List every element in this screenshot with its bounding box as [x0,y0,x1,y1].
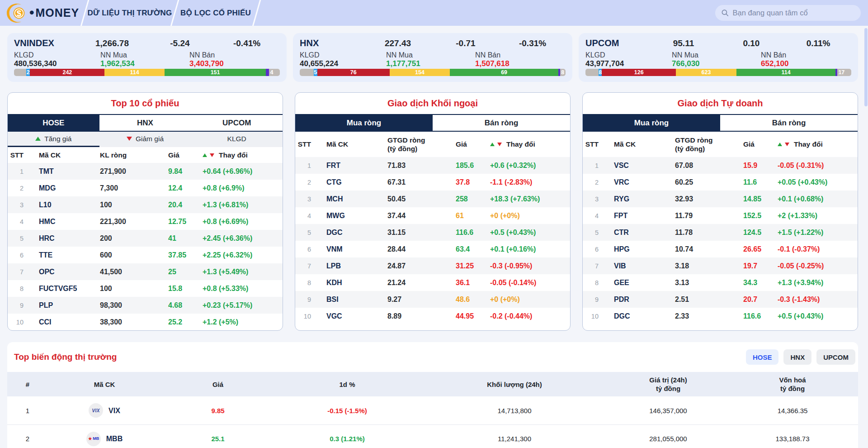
table-row[interactable]: 1VSC67.0815.9-0.05 (-0.31%) [583,157,858,174]
table-row[interactable]: 10CCI38,30025.2+1.2 (+5%) [8,314,283,330]
table-row[interactable]: 6HPG10.7426.65-0.1 (-0.37%) [583,241,858,257]
row-change: +0.1 (+0.68%) [778,195,858,203]
row-symbol[interactable]: VGC [326,312,387,320]
panel-tab-hose[interactable]: HOSE [8,115,99,131]
table-row[interactable]: 5CTR11.78124.5+1.5 (+1.22%) [583,224,858,241]
row-symbol[interactable]: TTE [39,251,100,259]
panel-subtab[interactable]: Giảm giá [99,132,191,147]
table-row[interactable]: 8GEE3.1334.3+1.3 (+3.94%) [583,274,858,291]
movers-row[interactable]: 2★MBMBB25.10.3 (1.21%)11,241,300281,055,… [7,424,858,448]
logo-dot: • [29,6,34,19]
row-symbol[interactable]: VSC [614,162,675,170]
nav-tab-market-data[interactable]: DỮ LIỆU THỊ TRƯỜNG [85,0,174,26]
row-symbol[interactable]: PLP [39,301,100,310]
table-row[interactable]: 2CTG67.3137.8-1.1 (-2.83%) [295,174,570,191]
row-symbol[interactable]: HPG [614,245,675,253]
panel-tab-upcom[interactable]: UPCOM [191,115,283,131]
table-row[interactable]: 1FRT71.83185.6+0.6 (+0.32%) [295,157,570,174]
row-stt: 8 [8,285,24,292]
movers-row[interactable]: 1VIXVIX9.85-0.15 (-1.5%)14,713,800146,35… [7,396,858,424]
row-symbol[interactable]: BSI [326,295,387,304]
index-card-upcom: UPCOM 95.11 0.10 0.11% KLGD 43,977,704 N… [579,33,858,82]
row-symbol[interactable]: MDG [39,184,100,192]
row-symbol[interactable]: HMC [39,218,100,226]
panel-tab-bán-ròng[interactable]: Bán ròng [433,115,570,131]
row-symbol[interactable]: OPC [39,268,100,276]
exchange-button-upcom[interactable]: UPCOM [816,349,855,365]
row-symbol[interactable]: VNM [326,245,387,253]
row-symbol[interactable]: KDH [326,279,387,287]
row-symbol[interactable]: CTG [326,178,387,186]
table-row[interactable]: 5DGC31.15116.6+0.5 (+0.43%) [295,224,570,241]
row-symbol[interactable]: RYG [614,195,675,203]
row-symbol[interactable]: CCI [39,318,100,326]
row-change: +1.5 (+1.22%) [778,229,858,237]
row-symbol[interactable]: CTR [614,229,675,237]
row-symbol[interactable]: PDR [614,295,675,304]
row-symbol[interactable]: VRC [614,178,675,186]
panel-tab-hnx[interactable]: HNX [99,115,191,131]
row-symbol[interactable]: FPT [614,212,675,220]
panel-tab-bán-ròng[interactable]: Bán ròng [720,115,858,131]
row-change: +18.3 (+7.63%) [490,195,570,203]
row-symbol[interactable]: MCH [326,195,387,203]
table-row[interactable]: 10DGC2.33116.6+0.5 (+0.43%) [583,308,858,324]
table-row[interactable]: 3RYG32.9314.85+0.1 (+0.68%) [583,191,858,207]
row-symbol[interactable]: FUCTVGF5 [39,285,100,293]
panel-subtab[interactable]: KLGD [191,132,283,147]
table-row[interactable]: 10VGC8.8944.95-0.2 (-0.44%) [295,308,570,324]
row-change: +0.5 (+0.43%) [778,312,858,320]
row-symbol[interactable]: VIXVIX [48,403,161,418]
table-row[interactable]: 1TMT271,9009.84+0.64 (+6.96%) [8,163,283,180]
nav-tab-stock-filter[interactable]: BỘ LỌC CỔ PHIẾU [175,0,256,26]
row-stt: 3 [583,195,599,203]
panel-tabs: HOSEHNXUPCOM [8,114,283,132]
table-row[interactable]: 7OPC41,50025+1.3 (+5.49%) [8,263,283,280]
exchange-button-hose[interactable]: HOSE [746,349,779,365]
row-symbol[interactable]: ★MBMBB [48,432,161,446]
row-value: 271,900 [100,167,168,176]
smoney-logo-icon: $ [6,3,27,23]
row-symbol[interactable]: FRT [326,162,387,170]
row-value: 32.93 [675,195,743,203]
table-row[interactable]: 7VIB3.1819.7-0.05 (-0.25%) [583,257,858,274]
panel-tab-mua-ròng[interactable]: Mua ròng [295,115,433,131]
row-price: 9.84 [168,167,203,176]
row-symbol[interactable]: DGC [614,312,675,320]
table-row[interactable]: 8FUCTVGF510015.8+0.8 (+5.33%) [8,280,283,297]
panel-tab-mua-ròng[interactable]: Mua ròng [583,115,720,131]
table-row[interactable]: 4HMC221,30012.75+0.8 (+6.69%) [8,213,283,230]
row-symbol[interactable]: TMT [39,167,100,176]
row-symbol[interactable]: HRC [39,234,100,243]
table-row[interactable]: 5HRC20041+2.45 (+6.36%) [8,230,283,247]
search-input[interactable] [733,9,854,17]
row-symbol[interactable]: VIB [614,262,675,270]
table-row[interactable]: 9BSI9.2748.6+0 (+0%) [295,291,570,308]
table-row[interactable]: 8KDH21.2436.1-0.05 (-0.14%) [295,274,570,291]
row-value: 41,500 [100,268,168,276]
row-symbol[interactable]: L10 [39,201,100,209]
table-row[interactable]: 6VNM28.4463.4+0.1 (+0.16%) [295,241,570,257]
table-row[interactable]: 9PDR2.5120.7-0.3 (-1.43%) [583,291,858,308]
exchange-button-hnx[interactable]: HNX [783,349,811,365]
table-row[interactable]: 6TTE60037.85+2.25 (+6.32%) [8,247,283,263]
table-row[interactable]: 2VRC60.2511.6+0.05 (+0.43%) [583,174,858,191]
row-symbol[interactable]: LPB [326,262,387,270]
table-row[interactable]: 9PLP98,3004.68+0.23 (+5.17%) [8,297,283,314]
row-price: 9.85 [161,406,275,415]
table-row[interactable]: 3MCH50.45258+18.3 (+7.63%) [295,191,570,207]
table-row[interactable]: 4FPT11.79152.5+2 (+1.33%) [583,207,858,224]
table-row[interactable]: 4MWG37.4461+0 (+0%) [295,207,570,224]
row-symbol[interactable]: MWG [326,212,387,220]
breadth-segment-blue: 2 [26,69,30,76]
table-row[interactable]: 2MDG7,30012.4+0.8 (+6.9%) [8,180,283,196]
table-row[interactable]: 7LPB24.8731.25-0.3 (-0.95%) [295,257,570,274]
scrollbar-thumb[interactable] [864,28,868,106]
search-box[interactable] [715,5,861,21]
panel-subtab[interactable]: Tăng giá [8,132,99,147]
row-symbol[interactable]: DGC [326,229,387,237]
breadth-segment-count: 69 [501,69,507,76]
row-symbol[interactable]: GEE [614,279,675,287]
table-row[interactable]: 3L1010020.4+1.3 (+6.81%) [8,196,283,213]
brand-logo[interactable]: $ •MONEY [0,3,84,23]
